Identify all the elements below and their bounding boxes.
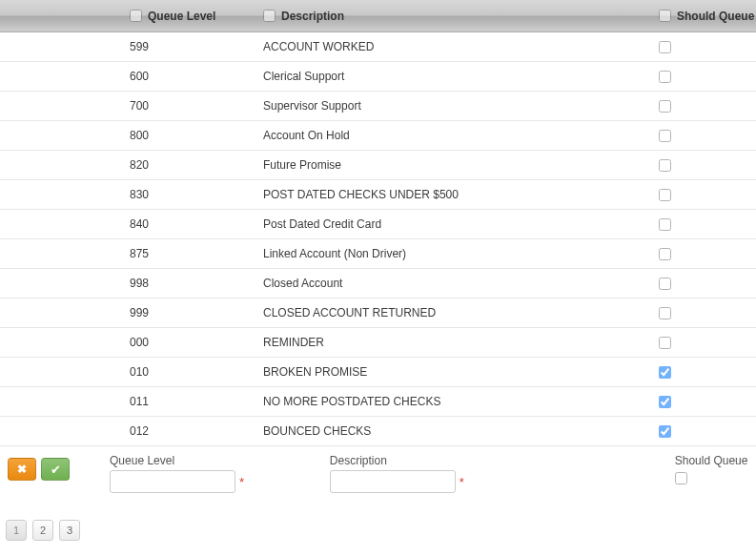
queue-level-cell: 011 — [130, 395, 149, 408]
queue-level-input[interactable] — [110, 470, 235, 493]
description-cell: Linked Account (Non Driver) — [263, 247, 406, 260]
should-queue-checkbox[interactable] — [659, 278, 671, 290]
table-row[interactable]: 820Future Promise — [0, 151, 756, 180]
description-input[interactable] — [330, 470, 456, 493]
queue-level-cell: 000 — [130, 336, 149, 349]
should-queue-checkbox[interactable] — [659, 366, 671, 379]
queue-level-cell: 998 — [130, 277, 149, 290]
should-queue-checkbox[interactable] — [659, 396, 671, 408]
select-all-queue-level-checkbox[interactable] — [130, 10, 142, 22]
page-button-1[interactable]: 1 — [6, 520, 27, 541]
should-queue-checkbox[interactable] — [659, 189, 671, 201]
table-header: Queue Level Description Should Queue — [0, 0, 756, 32]
description-cell: POST DATED CHECKS UNDER $500 — [263, 188, 459, 201]
table-row[interactable]: 830POST DATED CHECKS UNDER $500 — [0, 180, 756, 210]
should-queue-checkbox[interactable] — [659, 159, 671, 172]
description-cell: Account On Hold — [263, 129, 350, 142]
queue-level-cell: 600 — [130, 70, 149, 83]
page-button-3[interactable]: 3 — [59, 520, 80, 541]
cancel-button[interactable]: ✖ — [8, 458, 36, 481]
table-row[interactable]: 800Account On Hold — [0, 121, 756, 151]
form-should-queue-label: Should Queue — [675, 454, 748, 467]
table-row[interactable]: 840Post Dated Credit Card — [0, 210, 756, 239]
queue-level-cell: 820 — [130, 158, 149, 172]
pagination: 123 — [0, 503, 756, 546]
table-row[interactable]: 012BOUNCED CHECKS — [0, 417, 756, 446]
select-all-description-checkbox[interactable] — [263, 10, 276, 22]
should-queue-checkbox[interactable] — [659, 71, 671, 83]
should-queue-checkbox[interactable] — [659, 307, 671, 319]
col-header-description[interactable]: Description — [281, 10, 344, 23]
form-queue-level-label: Queue Level — [110, 454, 174, 467]
description-cell: Post Dated Credit Card — [263, 217, 381, 231]
table-row[interactable]: 600Clerical Support — [0, 62, 756, 92]
select-all-should-queue-checkbox[interactable] — [659, 10, 671, 22]
description-cell: Closed Account — [263, 277, 342, 290]
table-row[interactable]: 998Closed Account — [0, 269, 756, 299]
description-cell: Supervisor Support — [263, 99, 361, 113]
table-row[interactable]: 010BROKEN PROMISE — [0, 358, 756, 387]
queue-level-cell: 800 — [130, 129, 149, 142]
table-row[interactable]: 999CLOSED ACCOUNT RETURNED — [0, 299, 756, 328]
table-row[interactable]: 011NO MORE POSTDATED CHECKS — [0, 387, 756, 417]
description-cell: Clerical Support — [263, 70, 344, 83]
table-row[interactable]: 875Linked Account (Non Driver) — [0, 239, 756, 269]
description-cell: BROKEN PROMISE — [263, 365, 367, 379]
col-header-queue-level[interactable]: Queue Level — [148, 10, 215, 23]
should-queue-checkbox[interactable] — [659, 100, 671, 113]
col-header-should-queue[interactable]: Should Queue — [677, 10, 754, 23]
queue-level-cell: 010 — [130, 365, 149, 379]
description-cell: NO MORE POSTDATED CHECKS — [263, 395, 440, 408]
add-row-form: ✖ ✔ Queue Level * Description * Should Q… — [0, 446, 756, 503]
queue-level-cell: 875 — [130, 247, 149, 260]
description-cell: BOUNCED CHECKS — [263, 424, 371, 438]
should-queue-input[interactable] — [675, 472, 687, 484]
check-icon: ✔ — [51, 463, 61, 477]
queue-table: Queue Level Description Should Queue 599… — [0, 0, 756, 503]
queue-level-cell: 840 — [130, 217, 149, 231]
table-row[interactable]: 000REMINDER — [0, 328, 756, 358]
required-mark: * — [460, 475, 464, 489]
should-queue-checkbox[interactable] — [659, 425, 671, 438]
should-queue-checkbox[interactable] — [659, 337, 671, 349]
queue-level-cell: 012 — [130, 424, 149, 438]
description-cell: REMINDER — [263, 336, 324, 349]
description-cell: Future Promise — [263, 158, 341, 172]
queue-level-cell: 599 — [130, 40, 149, 53]
page-button-2[interactable]: 2 — [32, 520, 53, 541]
required-mark: * — [239, 475, 244, 489]
queue-level-cell: 700 — [130, 99, 149, 113]
should-queue-checkbox[interactable] — [659, 218, 671, 231]
table-row[interactable]: 599ACCOUNT WORKED — [0, 32, 756, 62]
confirm-button[interactable]: ✔ — [41, 458, 70, 481]
description-cell: ACCOUNT WORKED — [263, 40, 374, 53]
form-description-label: Description — [330, 454, 387, 467]
should-queue-checkbox[interactable] — [659, 130, 671, 142]
should-queue-checkbox[interactable] — [659, 41, 671, 53]
should-queue-checkbox[interactable] — [659, 248, 671, 260]
queue-level-cell: 999 — [130, 306, 149, 319]
queue-level-cell: 830 — [130, 188, 149, 201]
close-icon: ✖ — [17, 463, 27, 476]
table-row[interactable]: 700Supervisor Support — [0, 92, 756, 121]
description-cell: CLOSED ACCOUNT RETURNED — [263, 306, 436, 319]
